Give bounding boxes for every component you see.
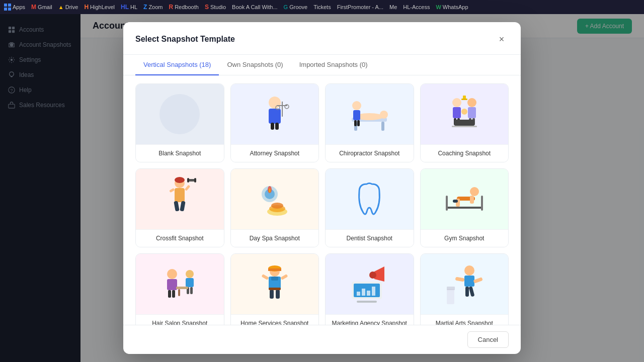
dentist-illustration <box>349 176 389 222</box>
svg-rect-95 <box>367 291 370 296</box>
modal-footer: Cancel <box>123 325 521 354</box>
tab-vertical-snapshots[interactable]: Vertical Snapshots (18) <box>135 55 219 75</box>
snapshot-card-attorney[interactable]: Attorney Snapshot <box>230 83 319 162</box>
taskbar-studio[interactable]: S Studio <box>205 4 226 11</box>
card-image-blank <box>136 84 224 144</box>
svg-rect-2 <box>4 8 7 11</box>
svg-rect-85 <box>280 274 288 280</box>
svg-point-35 <box>467 98 476 107</box>
svg-rect-51 <box>180 201 186 211</box>
svg-rect-83 <box>271 277 278 281</box>
svg-rect-98 <box>464 276 474 287</box>
taskbar: Apps M Gmail ▲ Drive H HighLevel HL HL Z… <box>0 0 644 14</box>
svg-point-19 <box>285 105 289 109</box>
cancel-button[interactable]: Cancel <box>467 331 509 348</box>
homeservices-illustration <box>255 261 295 307</box>
svg-rect-77 <box>176 287 188 289</box>
svg-point-69 <box>167 269 177 279</box>
taskbar-book[interactable]: Book A Call With... <box>232 4 277 10</box>
svg-rect-48 <box>194 178 196 183</box>
gym-illustration <box>442 176 487 222</box>
tab-own-snapshots[interactable]: Own Snapshots (0) <box>219 55 291 75</box>
svg-rect-91 <box>357 301 377 303</box>
card-label-attorney: Attorney Snapshot <box>231 144 319 162</box>
svg-point-26 <box>380 111 388 119</box>
taskbar-firstpromoter[interactable]: FirstPromoter - A... <box>337 4 383 10</box>
svg-rect-101 <box>468 286 474 297</box>
taskbar-hlaccess[interactable]: HL-Access <box>403 4 430 10</box>
svg-rect-32 <box>453 107 461 118</box>
taskbar-zoom[interactable]: Z Zoom <box>143 4 163 11</box>
svg-point-92 <box>369 272 376 279</box>
snapshot-card-homeservices[interactable]: Home Services Snapshot <box>230 253 319 325</box>
card-image-crossfit <box>136 169 224 229</box>
svg-point-18 <box>276 106 280 110</box>
snapshot-card-martialarts[interactable]: Martial Arts Snapshot <box>420 253 509 325</box>
card-image-martialarts <box>421 254 509 314</box>
svg-rect-70 <box>167 279 177 290</box>
svg-rect-20 <box>271 123 274 130</box>
taskbar-highlevel[interactable]: H HighLevel <box>84 4 115 11</box>
crossfit-illustration <box>159 174 200 224</box>
snapshot-card-chiropractor[interactable]: Chiropractor Snapshot <box>325 83 414 162</box>
snapshot-card-marketing[interactable]: Marketing Agency Snapshot <box>325 253 414 325</box>
svg-rect-40 <box>454 120 474 126</box>
svg-rect-66 <box>447 207 482 209</box>
svg-rect-64 <box>470 196 474 204</box>
taskbar-groove[interactable]: G Groove <box>284 4 308 10</box>
card-image-chiropractor <box>326 84 414 144</box>
card-image-marketing <box>326 254 414 314</box>
card-label-coaching: Coaching Snapshot <box>421 144 509 162</box>
snapshot-card-dentist[interactable]: Dentist Snapshot <box>325 168 414 247</box>
modal-header: Select Snapshot Template × <box>123 22 521 55</box>
card-label-marketing: Marketing Agency Snapshot <box>326 314 414 325</box>
svg-rect-3 <box>8 8 11 11</box>
snapshot-card-hairsalon[interactable]: Hair Salon Snapshot <box>135 253 224 325</box>
taskbar-whatsapp[interactable]: W WhatsApp <box>436 4 468 10</box>
card-label-blank: Blank Snapshot <box>136 144 224 162</box>
card-label-gym: Gym Snapshot <box>421 229 509 247</box>
modal-dialog: Select Snapshot Template × Vertical Snap… <box>123 22 521 354</box>
svg-rect-72 <box>172 290 175 298</box>
svg-rect-88 <box>269 288 281 290</box>
svg-rect-29 <box>354 120 357 126</box>
card-label-homeservices: Home Services Snapshot <box>231 314 319 325</box>
snapshot-card-blank[interactable]: Blank Snapshot <box>135 83 224 162</box>
svg-rect-100 <box>465 287 469 297</box>
svg-rect-76 <box>190 287 193 294</box>
card-label-martialarts: Martial Arts Snapshot <box>421 314 509 325</box>
snapshot-grid: Blank Snapshot <box>135 83 509 325</box>
card-label-dentist: Dentist Snapshot <box>326 229 414 247</box>
snapshot-card-dayspa[interactable]: Day Spa Snapshot <box>230 168 319 247</box>
svg-rect-52 <box>169 188 175 193</box>
taskbar-hl[interactable]: HL HL <box>121 4 137 11</box>
martialarts-illustration <box>444 261 485 307</box>
card-label-dayspa: Day Spa Snapshot <box>231 229 319 247</box>
taskbar-drive[interactable]: ▲ Drive <box>58 4 78 10</box>
taskbar-apps[interactable]: Apps <box>4 4 25 11</box>
svg-rect-68 <box>481 196 483 211</box>
svg-rect-86 <box>270 290 274 299</box>
hairsalon-illustration <box>157 261 202 307</box>
svg-point-97 <box>464 265 474 276</box>
coaching-illustration <box>442 92 487 137</box>
svg-rect-103 <box>447 289 454 304</box>
svg-rect-78 <box>178 289 180 296</box>
close-button[interactable]: × <box>495 32 509 46</box>
svg-rect-21 <box>275 123 279 130</box>
snapshot-card-crossfit[interactable]: Crossfit Snapshot <box>135 168 224 247</box>
taskbar-redbooth[interactable]: R Redbooth <box>169 4 199 11</box>
tab-imported-snapshots[interactable]: Imported Snapshots (0) <box>291 55 376 75</box>
snapshot-card-gym[interactable]: Gym Snapshot <box>420 168 509 247</box>
taskbar-me[interactable]: Me <box>389 4 397 10</box>
svg-point-60 <box>269 189 271 193</box>
snapshot-card-coaching[interactable]: Coaching Snapshot <box>420 83 509 162</box>
taskbar-tickets[interactable]: Tickets <box>313 4 331 10</box>
svg-point-27 <box>352 101 361 110</box>
taskbar-gmail[interactable]: M Gmail <box>31 4 52 11</box>
blank-illustration <box>159 94 200 134</box>
svg-rect-49 <box>175 188 185 202</box>
svg-rect-93 <box>357 292 360 296</box>
svg-rect-50 <box>174 201 180 211</box>
svg-rect-28 <box>353 110 360 120</box>
